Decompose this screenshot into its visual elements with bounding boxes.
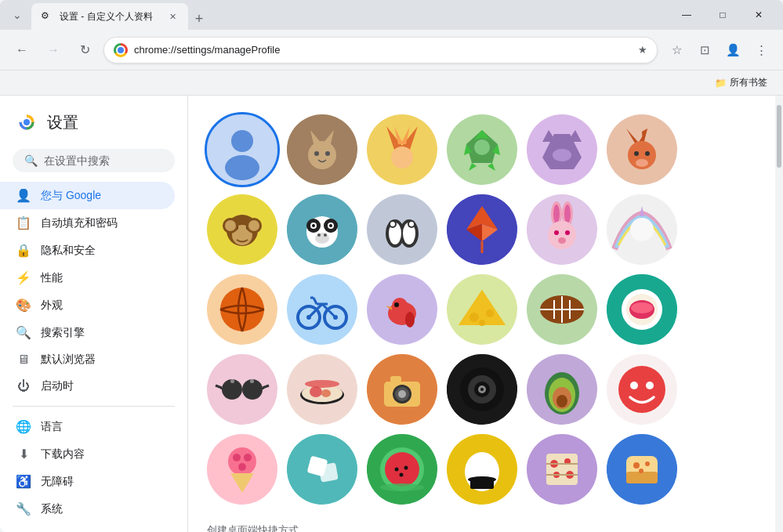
- svg-point-157: [233, 454, 241, 461]
- address-input-wrap[interactable]: chrome://settings/manageProfile ★: [103, 37, 658, 63]
- avatar-sunglasses[interactable]: [207, 354, 277, 425]
- profile-button[interactable]: 👤: [720, 38, 745, 63]
- avatar-smile-face[interactable]: [607, 354, 677, 425]
- svg-rect-137: [390, 376, 401, 382]
- avatar-penguins-gray[interactable]: [367, 194, 437, 265]
- avatar-panda-black[interactable]: [287, 194, 357, 265]
- bookmark-button[interactable]: ☆: [664, 38, 689, 63]
- new-tab-button[interactable]: +: [188, 8, 210, 30]
- performance-icon: ⚡: [16, 270, 31, 285]
- all-bookmarks[interactable]: 📁 所有书签: [709, 73, 774, 92]
- svg-point-9: [325, 151, 330, 156]
- avatar-shapes-teal[interactable]: [287, 434, 357, 505]
- browser-window: ⌄ ⚙ 设置 - 自定义个人资料 ✕ + — □ ✕ ← → ↻ chrome:…: [0, 0, 783, 532]
- avatar-sushi-roll[interactable]: [287, 354, 357, 425]
- svg-point-167: [395, 468, 399, 472]
- svg-point-52: [317, 233, 321, 237]
- avatar-avocado[interactable]: [527, 354, 597, 425]
- sidebar-item-startup[interactable]: ⏻ 启动时: [0, 373, 175, 400]
- sidebar-item-accessibility[interactable]: ♿ 无障碍: [0, 468, 175, 495]
- sidebar-divider: [13, 406, 175, 407]
- maximize-button[interactable]: □: [705, 2, 741, 27]
- avatar-bird-red[interactable]: [367, 274, 437, 345]
- sidebar-item-label: 系统: [41, 502, 63, 516]
- svg-point-41: [225, 220, 236, 231]
- avatar-football[interactable]: [527, 274, 597, 345]
- folder-icon: 📁: [715, 78, 727, 89]
- sidebar-item-label: 搜索引擎: [41, 326, 85, 340]
- svg-point-8: [314, 151, 319, 156]
- content-inner: 创建桌面端快捷方式: [188, 96, 775, 532]
- active-tab[interactable]: ⚙ 设置 - 自定义个人资料 ✕: [31, 3, 188, 30]
- sidebar-item-label: 外观: [41, 299, 63, 313]
- avatar-basketball[interactable]: [207, 274, 277, 345]
- avatar-icecream[interactable]: [207, 434, 277, 505]
- back-button[interactable]: ←: [9, 38, 34, 63]
- tab-list-button[interactable]: ⌄: [6, 4, 28, 26]
- accessibility-icon: ♿: [16, 474, 31, 489]
- sidebar-item-search[interactable]: 🔍 搜索引擎: [0, 319, 175, 346]
- sidebar-item-language[interactable]: 🌐 语言: [0, 413, 175, 440]
- address-bar: ← → ↻ chrome://settings/manageProfile ★ …: [0, 30, 783, 71]
- right-scrollbar[interactable]: [775, 96, 783, 532]
- svg-point-152: [646, 382, 654, 389]
- search-bar: 🔍: [0, 143, 187, 179]
- avatar-crane-orange[interactable]: [447, 194, 517, 265]
- avatar-rabbit-pink[interactable]: [527, 194, 597, 265]
- avatar-fox-orange[interactable]: [607, 114, 677, 185]
- sidebar-item-performance[interactable]: ⚡ 性能: [0, 264, 175, 291]
- search-input-wrap[interactable]: 🔍: [13, 149, 175, 172]
- avatar-user-silhouette[interactable]: [207, 114, 277, 185]
- svg-rect-184: [626, 472, 658, 483]
- sidebar-item-label: 默认浏览器: [41, 353, 96, 367]
- sidebar-item-autofill[interactable]: 📋 自动填充和密码: [0, 209, 175, 237]
- avatar-toast[interactable]: [607, 434, 677, 505]
- bookmarks-bar: 📁 所有书签: [0, 71, 783, 96]
- svg-point-97: [394, 302, 399, 307]
- forward-button[interactable]: →: [41, 38, 66, 63]
- svg-point-151: [630, 382, 638, 389]
- split-view-button[interactable]: ⊡: [692, 38, 717, 63]
- sidebar-item-system[interactable]: 🔧 系统: [0, 495, 175, 523]
- tab-close-button[interactable]: ✕: [166, 10, 179, 23]
- avatar-elephant-origami[interactable]: [527, 114, 597, 185]
- svg-rect-123: [250, 379, 254, 383]
- sidebar-item-download[interactable]: ⬇ 下载内容: [0, 440, 175, 468]
- avatar-fox-origami[interactable]: [367, 114, 437, 185]
- sidebar-item-browser[interactable]: 🖥 默认浏览器: [0, 346, 175, 373]
- right-scrollbar-thumb[interactable]: [777, 105, 781, 168]
- svg-point-42: [248, 220, 259, 231]
- menu-button[interactable]: ⋮: [749, 38, 774, 63]
- sidebar-item-appearance[interactable]: 🎨 外观: [0, 291, 175, 319]
- avatar-cat-origami[interactable]: [287, 114, 357, 185]
- avatar-watermelon[interactable]: [367, 434, 437, 505]
- close-button[interactable]: ✕: [741, 2, 777, 27]
- svg-point-166: [380, 483, 424, 491]
- sidebar-item-you-google[interactable]: 👤 您与 Google: [0, 182, 175, 209]
- window-controls-right: — □ ✕: [669, 2, 777, 27]
- avatar-monkey-yellow[interactable]: [207, 194, 277, 265]
- svg-point-104: [479, 320, 485, 326]
- avatar-rainbow-unicorn[interactable]: [607, 194, 677, 265]
- avatar-pizza-purple[interactable]: [527, 434, 597, 505]
- avatar-vinyl-record[interactable]: [447, 354, 517, 425]
- search-input[interactable]: [44, 154, 181, 167]
- svg-point-130: [321, 389, 331, 397]
- avatar-bicycle[interactable]: [287, 274, 357, 345]
- minimize-button[interactable]: —: [669, 2, 705, 27]
- sidebar-item-privacy[interactable]: 🔒 隐私和安全: [0, 237, 175, 264]
- avatar-cheese[interactable]: [447, 274, 517, 345]
- browser-icon: 🖥: [16, 353, 31, 367]
- content-area: 创建桌面端快捷方式: [188, 96, 775, 532]
- svg-point-3: [231, 130, 253, 152]
- title-bar: ⌄ ⚙ 设置 - 自定义个人资料 ✕ + — □ ✕: [0, 0, 783, 30]
- avatar-sushi-teal[interactable]: [607, 274, 677, 345]
- svg-point-129: [310, 386, 322, 397]
- avatar-camera[interactable]: [367, 354, 437, 425]
- language-icon: 🌐: [16, 419, 31, 434]
- address-text: chrome://settings/manageProfile: [134, 44, 632, 56]
- tab-bar: ⚙ 设置 - 自定义个人资料 ✕ +: [31, 0, 665, 30]
- refresh-button[interactable]: ↻: [72, 38, 97, 63]
- avatar-turtle-origami[interactable]: [447, 114, 517, 185]
- avatar-rice-ball[interactable]: [447, 434, 517, 505]
